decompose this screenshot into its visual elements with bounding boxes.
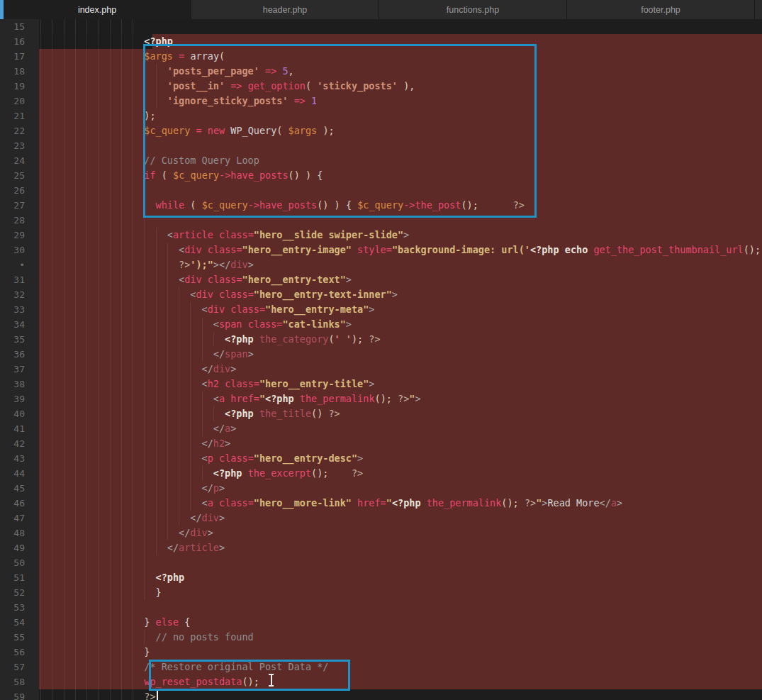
- code-line-47[interactable]: </div>: [39, 511, 762, 526]
- code-line-49[interactable]: </article>: [39, 540, 762, 555]
- line-number: 56: [0, 645, 39, 660]
- mouse-ibeam-cursor: [268, 674, 274, 687]
- code-line-29[interactable]: <article class="hero__slide swiper-slide…: [39, 228, 762, 243]
- annotation-box-query-block: [143, 44, 537, 218]
- code-line-48[interactable]: </div>: [39, 526, 762, 540]
- line-number: 57: [0, 660, 39, 674]
- code-line-30[interactable]: <div class="hero__entry-image" style="ba…: [39, 243, 762, 257]
- code-line-41[interactable]: </a>: [39, 421, 762, 436]
- code-line-text: <?php: [39, 570, 762, 585]
- code-line-text: <p class="hero__entry-desc">: [39, 451, 762, 466]
- tab-functions-php[interactable]: functions.php: [379, 0, 567, 19]
- code-line-46[interactable]: <a class="hero__more-link" href="<?php t…: [39, 496, 762, 511]
- gutter: 15161718192021222324252627282930•3132333…: [0, 19, 39, 700]
- code-line-35[interactable]: <?php the_category(' '); ?>: [39, 332, 762, 347]
- line-number: 39: [0, 391, 39, 406]
- line-number: 21: [0, 109, 39, 123]
- code-line-36[interactable]: </span>: [39, 347, 762, 362]
- line-number: 20: [0, 94, 39, 109]
- code-line-56[interactable]: }: [39, 645, 762, 660]
- code-line-text: <div class="hero__entry-meta">: [39, 302, 762, 317]
- line-number: 54: [0, 615, 39, 630]
- line-number: 58: [0, 674, 39, 689]
- line-number: 31: [0, 272, 39, 287]
- code-line-text: </h2>: [39, 436, 762, 451]
- code-line-42[interactable]: </h2>: [39, 436, 762, 451]
- line-number: 47: [0, 511, 39, 526]
- line-number: 22: [0, 123, 39, 138]
- tab-header-php[interactable]: header.php: [191, 0, 379, 19]
- line-number: 27: [0, 198, 39, 213]
- code-line-55[interactable]: // no posts found: [39, 630, 762, 645]
- line-number: 38: [0, 377, 39, 391]
- code-line-text: ?>: [39, 689, 762, 700]
- line-number: 28: [0, 213, 39, 228]
- code-line-51[interactable]: <?php: [39, 570, 762, 585]
- code-line-text: </a>: [39, 421, 762, 436]
- line-number: 25: [0, 168, 39, 183]
- code-line-40[interactable]: <?php the_title() ?>: [39, 406, 762, 421]
- line-number: 59: [0, 689, 39, 700]
- code-line-text: </p>: [39, 481, 762, 496]
- annotation-box-reset-postdata: [149, 660, 350, 691]
- code-line-52[interactable]: }: [39, 585, 762, 600]
- line-number: 17: [0, 49, 39, 64]
- code-line-text: }: [39, 645, 762, 660]
- line-number: 45: [0, 481, 39, 496]
- code-line-43[interactable]: <p class="hero__entry-desc">: [39, 451, 762, 466]
- line-number: 49: [0, 540, 39, 555]
- code-line-text: <h2 class="hero__entry-title">: [39, 377, 762, 391]
- line-number: 32: [0, 287, 39, 302]
- line-number: 35: [0, 332, 39, 347]
- code-line-text: }: [39, 585, 762, 600]
- line-number: 18: [0, 64, 39, 79]
- line-number: 33: [0, 302, 39, 317]
- code-line-text: <article class="hero__slide swiper-slide…: [39, 228, 762, 243]
- line-number: 53: [0, 600, 39, 615]
- code-line-37[interactable]: </div>: [39, 362, 762, 377]
- code-line-45[interactable]: </p>: [39, 481, 762, 496]
- line-number: 16: [0, 34, 39, 49]
- code-line-54[interactable]: } else {: [39, 615, 762, 630]
- line-number: 29: [0, 228, 39, 243]
- code-line-58[interactable]: wp_reset_postdata();: [39, 674, 762, 689]
- code-line-text: <span class="cat-links">: [39, 317, 762, 332]
- code-line-39[interactable]: <a href="<?php the_permalink(); ?>">: [39, 391, 762, 406]
- code-editor-pane: 15161718192021222324252627282930•3132333…: [0, 19, 762, 700]
- line-number: 26: [0, 183, 39, 198]
- code-line-text: </div>: [39, 511, 762, 526]
- code-line-text: <div class="hero__entry-image" style="ba…: [39, 243, 762, 257]
- code-line-text: /* Restore original Post Data */: [39, 660, 762, 674]
- code-line-44[interactable]: <?php the_excerpt(); ?>: [39, 466, 762, 481]
- line-number: 55: [0, 630, 39, 645]
- code-line-50[interactable]: [39, 555, 762, 570]
- code-line-31[interactable]: <div class="hero__entry-text">: [39, 272, 762, 287]
- tab-footer-php[interactable]: footer.php: [567, 0, 755, 19]
- code-line-33[interactable]: <div class="hero__entry-meta">: [39, 302, 762, 317]
- code-line-59[interactable]: ?>: [39, 689, 762, 700]
- code-line-text: <div class="hero__entry-text-inner">: [39, 287, 762, 302]
- line-number: 40: [0, 406, 39, 421]
- line-number: 30: [0, 243, 39, 257]
- code-line-text: // no posts found: [39, 630, 762, 645]
- code-line-text: <?php the_title() ?>: [39, 406, 762, 421]
- code-line-15[interactable]: [39, 19, 762, 34]
- line-number: 24: [0, 153, 39, 168]
- line-number: 36: [0, 347, 39, 362]
- tab-index-php[interactable]: index.php: [4, 0, 191, 19]
- code-line-38[interactable]: <h2 class="hero__entry-title">: [39, 377, 762, 391]
- code-line-text: <a class="hero__more-link" href="<?php t…: [39, 496, 762, 511]
- tab-bar-filler: [755, 0, 762, 19]
- code-line-text: } else {: [39, 615, 762, 630]
- code-line-text: <a href="<?php the_permalink(); ?>">: [39, 391, 762, 406]
- code-line-text: </div>: [39, 362, 762, 377]
- code-line-30-wrap[interactable]: ?>');"></div>: [39, 257, 762, 272]
- code-line-text: ?>');"></div>: [39, 257, 762, 272]
- code-line-32[interactable]: <div class="hero__entry-text-inner">: [39, 287, 762, 302]
- code-line-53[interactable]: [39, 600, 762, 615]
- code-line-57[interactable]: /* Restore original Post Data */: [39, 660, 762, 674]
- line-number: 37: [0, 362, 39, 377]
- line-number: 44: [0, 466, 39, 481]
- line-number: 51: [0, 570, 39, 585]
- code-line-34[interactable]: <span class="cat-links">: [39, 317, 762, 332]
